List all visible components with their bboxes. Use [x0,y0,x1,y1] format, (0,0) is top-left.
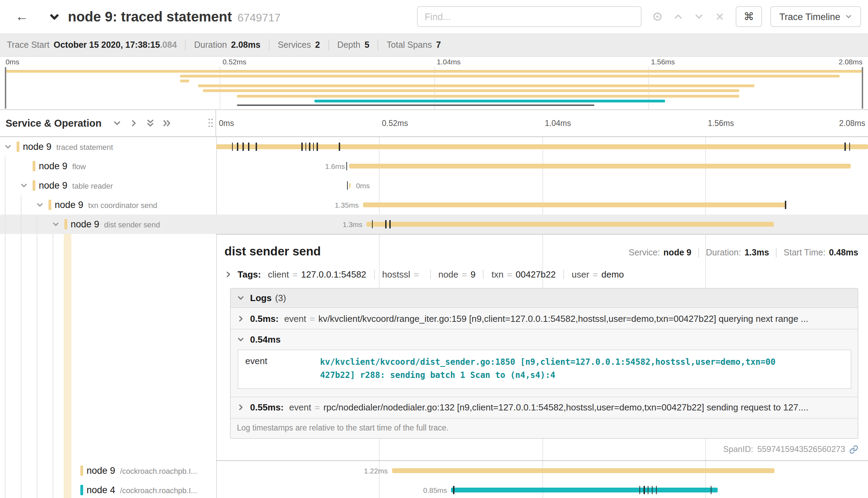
span-row-txn-coordinator-send[interactable]: node 9txn coordinator send1.35ms [0,195,868,215]
span-row-traced-statement[interactable]: node 9traced statement [0,137,868,156]
minimap-span-bar [315,99,665,102]
span-bar[interactable] [366,222,774,227]
log-marker [644,486,645,494]
span-bar[interactable] [363,202,786,207]
logs-header[interactable]: Logs (3) [231,289,858,308]
tag-equals: = [414,269,419,280]
log-marker [656,486,657,494]
expand-all-icon[interactable] [162,119,171,127]
span-id-row: SpanID: 5597415943526560273 [723,444,858,454]
span-row-dist-sender-send[interactable]: node 9dist sender send1.3ms [0,215,868,234]
minimap-canvas[interactable] [6,66,862,109]
log-marker [346,162,347,170]
minimap-gridline [648,66,649,109]
log-marker [317,143,318,151]
log-marker [785,201,786,209]
span-duration-label: 0.85ms [423,486,447,494]
span-toggle-icon[interactable] [20,182,28,189]
trace-title: node 9: traced statement [68,9,232,25]
span-duration-label: 1.35ms [335,201,359,209]
tag-key: node [438,269,458,280]
operation-name: /cockroach.roachpb.I... [120,486,197,495]
log-entry[interactable]: 0.55ms:event=rpc/nodedialer/nodedialer.g… [231,397,858,419]
find-match-icon[interactable] [653,12,662,21]
log-equals: = [315,402,320,413]
span-row-flow[interactable]: node 9flow1.6ms [0,156,868,176]
expand-one-icon[interactable] [129,119,138,127]
timeline-collapse-controls [113,119,171,127]
column-resizer[interactable] [209,119,213,128]
find-input[interactable] [417,6,641,27]
span-toggle-icon[interactable] [4,143,12,151]
summary-item: Depth5 [328,39,378,50]
selected-span-band [64,234,71,498]
log-entry[interactable]: 0.5ms:event=kv/kvclient/kvcoord/range_it… [231,308,858,329]
log-marker [313,143,314,151]
span-row-table-reader[interactable]: node 9table reader0ms [0,176,868,195]
indent-guides-layer [0,234,216,498]
tag-equals: = [462,269,467,280]
minimap-time-labels: 0ms0.52ms1.04ms1.56ms2.08ms [6,57,862,66]
time-tick-label: 1.04ms [545,119,571,127]
operation-name: /cockroach.roachpb.I... [120,467,197,475]
service-color-bar [80,485,83,495]
service-operation-title: Service & Operation [6,118,101,129]
timeline-main: Service & Operation 0ms0.52ms1.04ms1.56m… [0,109,868,498]
collapse-one-icon[interactable] [113,119,121,127]
log-marker [711,486,712,494]
span-row-cockroach-roachpb-i[interactable]: node 9/cockroach.roachpb.I...1.22ms [0,461,868,480]
trace-view-label: Trace Timeline [779,11,840,22]
span-row-cockroach-roachpb-i[interactable]: node 4/cockroach.roachpb.I...0.85ms [0,480,868,498]
trace-view-dropdown[interactable]: Trace Timeline [770,6,861,27]
page-title: node 9: traced statement 6749717 [68,9,281,25]
tag-value: 127.0.0.1:54582 [301,269,366,280]
tags-row[interactable]: Tags: client=127.0.0.1:54582hostssl=node… [224,269,858,280]
log-marker [372,220,373,228]
collapse-all-icon[interactable] [146,119,154,127]
service-color-bar [17,142,19,152]
log-field-value: kv/kvclient/kvcoord/dist_sender.go:1850 … [320,350,783,388]
log-marker [652,486,653,494]
span-toggle-icon[interactable] [52,220,60,228]
service-color-bar [64,219,67,229]
log-marker [301,143,302,151]
log-marker [453,486,454,494]
detail-meta-value: 0.48ms [829,248,858,257]
keyboard-shortcuts-button[interactable]: ⌘ [736,6,762,27]
log-marker [849,143,850,151]
chevron-down-icon [237,294,245,302]
span-bar[interactable] [349,164,851,169]
collapse-trace-header-icon[interactable] [49,11,60,22]
log-entry-expanded[interactable]: 0.54mseventkv/kvclient/kvcoord/dist_send… [231,329,858,397]
log-time: 0.54ms [250,334,281,345]
logs-entries: 0.5ms:event=kv/kvclient/kvcoord/range_it… [231,308,858,419]
log-marker [243,143,244,151]
minimap-scrubber-handle[interactable] [5,67,6,109]
prev-result-icon[interactable] [673,12,683,21]
detail-meta-label: Duration: [706,248,741,257]
next-result-icon[interactable] [694,12,704,21]
span-bar[interactable] [392,468,774,473]
minimap-span-bar [237,94,739,97]
time-tick-label: 0ms [6,57,19,66]
tag-value: 9 [470,269,475,280]
span-id-value: 5597415943526560273 [757,444,845,454]
back-button[interactable]: ← [10,9,34,24]
span-duration-label: 1.22ms [364,467,388,475]
detail-meta-value: node 9 [663,248,691,257]
time-tick-label: 1.56ms [708,119,734,127]
minimap-scrubber-handle[interactable] [862,67,863,109]
link-icon[interactable] [849,445,858,454]
time-tick-label: 0.52ms [382,119,408,127]
time-tick-label: 0ms [219,119,234,127]
trace-summary-bar: Trace StartOctober 15 2020, 17:38:15.084… [0,33,868,57]
clear-search-icon[interactable] [715,12,725,21]
operation-name: traced statement [56,143,113,151]
span-bar[interactable] [349,183,351,188]
log-marker [648,486,649,494]
log-key: event [289,402,311,413]
span-bar[interactable] [451,488,718,492]
span-toggle-icon[interactable] [36,201,44,209]
detail-title: dist sender send [224,244,321,259]
service-color-bar [33,180,35,191]
